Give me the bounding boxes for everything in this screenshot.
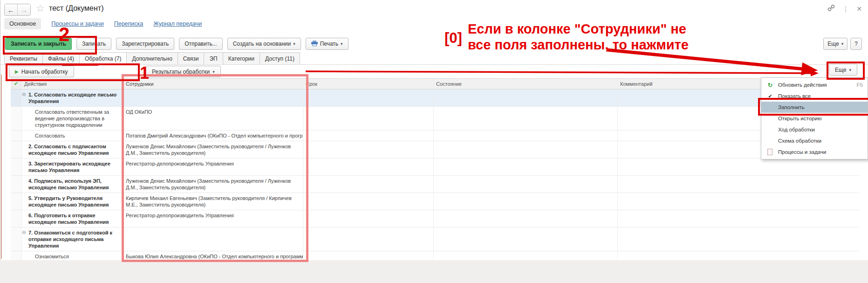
cell-check	[11, 159, 22, 175]
cell-state	[434, 159, 618, 175]
cell-state	[434, 131, 618, 141]
menu-item-схема-обработки[interactable]: Схема обработки	[761, 135, 868, 146]
annotation-box-start-processing	[6, 63, 140, 81]
menu-item-label: Обновить действия	[778, 82, 827, 88]
more-dropdown-menu: ↻Обновить действияF5✔Показать всеЗаполни…	[761, 77, 868, 159]
cell-check	[11, 193, 22, 210]
link-icon[interactable]	[827, 4, 835, 13]
cell-comment	[618, 193, 859, 210]
cell-state	[434, 228, 618, 251]
cell-check	[11, 90, 22, 106]
annotation-box-fill-item	[758, 98, 868, 116]
cell-state	[434, 107, 618, 130]
printer-icon	[311, 41, 318, 48]
expander-icon[interactable]: ⊖	[22, 229, 26, 236]
cell-check	[11, 141, 22, 158]
menu-item-ход-обработки[interactable]: Ход обработки	[761, 124, 868, 135]
annotation-box-more-button	[827, 62, 865, 80]
cell-action: 3. Зарегистрировать исходящее письмо Упр…	[22, 159, 123, 175]
tab-correspondence[interactable]: Переписка	[114, 21, 144, 27]
refresh-icon: ↻	[766, 82, 774, 89]
cell-deadline	[303, 131, 434, 141]
menu-item-label: Схема обработки	[778, 138, 821, 144]
menu-shortcut: F5	[857, 82, 863, 88]
cell-action: 6. Подготовить к отправке исходящее пись…	[22, 210, 123, 227]
cell-state	[434, 193, 618, 210]
history-nav: ← →	[4, 4, 31, 16]
tab-transfer-log[interactable]: Журнал передачи	[153, 21, 202, 27]
cell-check	[11, 210, 22, 227]
annotation-step-0: [0]	[444, 30, 462, 47]
subtab-7[interactable]: Категории	[223, 52, 260, 64]
cell-action: Согласовать	[22, 131, 123, 141]
cell-comment	[618, 228, 859, 251]
toolbar: Записать и закрыть Записать Зарегистриро…	[0, 37, 868, 50]
toolbar-more-button[interactable]: Еще▾	[823, 38, 847, 50]
doc-icon	[767, 149, 772, 155]
cell-comment	[618, 176, 859, 193]
cell-check	[11, 131, 22, 141]
cell-state	[434, 90, 618, 106]
cell-deadline	[303, 107, 434, 130]
cell-deadline	[303, 228, 434, 251]
cell-state	[434, 141, 618, 158]
page-title: тест (Документ)	[49, 4, 103, 13]
cell-comment	[618, 159, 859, 175]
toolbar-more-label: Еще	[827, 41, 839, 47]
menu-item-label: Процессы и задачи	[778, 149, 826, 155]
window-left-edge	[1, 75, 2, 259]
title-bar: ← → ☆ тест (Документ) ⋮ ✕	[0, 2, 868, 17]
subtab-8[interactable]: Доступ (11)	[260, 52, 300, 64]
annotation-step-2: 2	[59, 23, 69, 46]
create-based-on-button[interactable]: Создать на основании▾	[227, 38, 301, 50]
back-button[interactable]: ←	[5, 4, 18, 15]
chevron-down-icon: ▾	[841, 41, 844, 46]
subtab-5[interactable]: Связи	[178, 52, 205, 64]
annotation-box-employees-column	[122, 74, 308, 262]
cell-action: Согласовать ответственным за ведение дел…	[22, 107, 123, 130]
annotation-step-1: 1	[140, 63, 149, 83]
menu-item-процессы-и-задачи[interactable]: Процессы и задачи	[761, 146, 868, 158]
desktop-background	[0, 260, 868, 283]
cell-comment	[618, 210, 859, 227]
subtab-6[interactable]: ЭП	[204, 52, 223, 64]
chevron-down-icon: ▾	[341, 41, 343, 46]
chevron-down-icon: ▾	[293, 41, 295, 46]
cell-deadline	[303, 159, 434, 175]
favorite-star-icon[interactable]: ☆	[36, 3, 45, 14]
close-icon[interactable]: ✕	[856, 5, 862, 13]
cell-check	[11, 107, 22, 130]
cell-check	[11, 176, 22, 193]
menu-item-обновить-действия[interactable]: ↻Обновить действияF5	[761, 79, 868, 90]
kebab-menu-icon[interactable]: ⋮	[842, 5, 849, 13]
annotation-text-line2: все поля заполнены, то нажмите	[468, 37, 689, 53]
expander-icon[interactable]: ⊖	[22, 91, 26, 98]
cell-action: ⊖7. Ознакомиться с подготовкой к отправк…	[22, 228, 123, 251]
annotation-box-save-close	[3, 36, 97, 55]
help-button[interactable]: ?	[850, 38, 862, 50]
cell-action: 5. Утвердить у Руководителя исходящее пи…	[22, 193, 123, 210]
menu-item-label: Открыть историю	[778, 116, 822, 121]
register-button[interactable]: Зарегистрировать	[116, 38, 174, 50]
cell-deadline	[303, 210, 434, 227]
print-label: Печать	[320, 41, 338, 47]
column-header[interactable]: Срок	[303, 79, 434, 89]
send-button[interactable]: Отправить...	[179, 38, 223, 50]
cell-action: 4. Подписать, используя ЭП, исходящее пи…	[22, 176, 123, 193]
print-button[interactable]: Печать▾	[306, 38, 349, 50]
chevron-down-icon: ▾	[212, 69, 215, 74]
column-header[interactable]: Состояние	[434, 79, 618, 89]
menu-item-label: Ход обработки	[778, 127, 815, 132]
tab-main[interactable]: Основное	[4, 18, 41, 29]
subtab-strip: РеквизитыФайлы (4)Обработка (7)Дополните…	[0, 52, 868, 65]
annotation-text-line1: Если в колонке "Сотрудники" не	[468, 21, 686, 37]
cell-deadline	[303, 141, 434, 158]
cell-state	[434, 210, 618, 227]
cell-action: ⊖1. Согласовать исходящее письмо Управле…	[22, 90, 123, 106]
cell-check	[11, 228, 22, 251]
cell-state	[434, 176, 618, 193]
subtab-4[interactable]: Дополнительно	[126, 52, 178, 64]
forward-button[interactable]: →	[18, 4, 30, 15]
nav-tabs: Основное Процессы и задачи Переписка Жур…	[0, 18, 868, 30]
create-based-on-label: Создать на основании	[233, 41, 291, 47]
